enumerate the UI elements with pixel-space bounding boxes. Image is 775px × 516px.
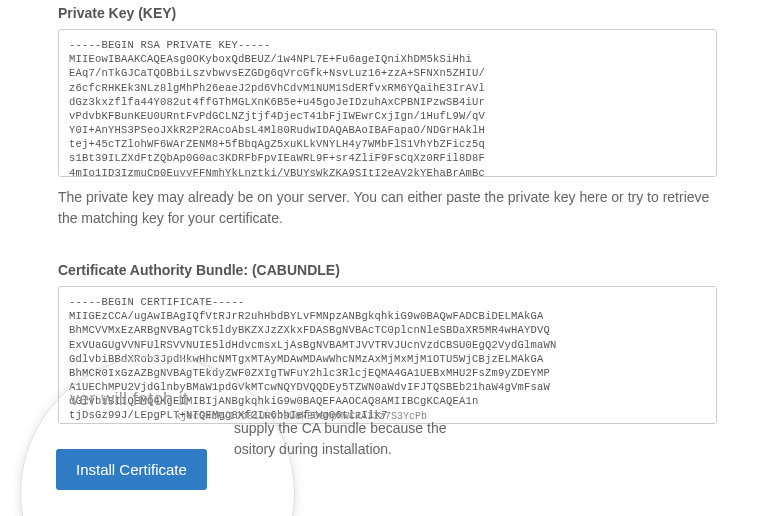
install-certificate-button[interactable]: Install Certificate bbox=[56, 449, 207, 490]
private-key-input[interactable]: -----BEGIN RSA PRIVATE KEY----- MIIEowIB… bbox=[58, 29, 717, 177]
private-key-label: Private Key (KEY) bbox=[58, 5, 717, 21]
lens-overlay-text: ver will fetch it bbox=[70, 389, 188, 410]
cabundle-help-text: supply the CA bundle because the ository… bbox=[234, 418, 494, 460]
cabundle-label: Certificate Authority Bundle: (CABUNDLE) bbox=[58, 262, 717, 278]
private-key-help-text: The private key may already be on your s… bbox=[58, 187, 717, 229]
